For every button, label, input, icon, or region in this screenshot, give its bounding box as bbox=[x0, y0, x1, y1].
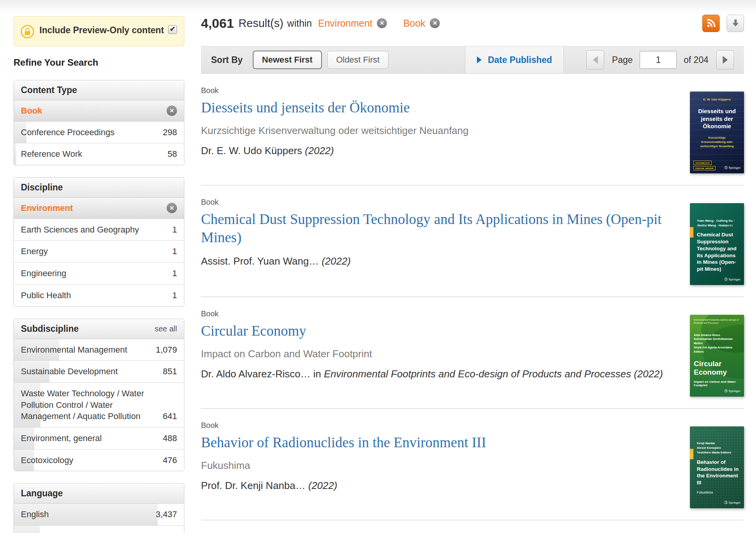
facet-item-label: Sustainable Development bbox=[21, 366, 163, 377]
date-published-sort-link[interactable]: Date Published bbox=[488, 55, 552, 65]
facet-item-reference-work[interactable]: Reference Work 58 bbox=[14, 143, 184, 165]
result-title-link[interactable]: Circular Economy bbox=[201, 322, 306, 340]
close-icon[interactable]: ✕ bbox=[167, 203, 177, 213]
search-result: Book Diesseits und jenseits der Ökonomie… bbox=[201, 74, 744, 185]
book-cover-thumbnail[interactable]: E. W. Udo Küppers Diesseits und jenseits… bbox=[690, 92, 744, 173]
publisher-logo: Springer bbox=[724, 165, 741, 170]
facet-item-earth-sciences[interactable]: Earth Sciences and Geography 1 bbox=[14, 219, 184, 241]
facet-item-count: 620 bbox=[163, 531, 177, 533]
result-text: Book Behavior of Radionuclides in the En… bbox=[201, 419, 690, 508]
facet-selected-environment[interactable]: Environment ✕ bbox=[14, 198, 184, 219]
cover-badge: EBOOK INSIDE bbox=[693, 166, 715, 170]
facet-item-environmental-management[interactable]: Environmental Management 1,079 bbox=[14, 339, 184, 361]
facet-item-label: Energy bbox=[21, 246, 172, 257]
facet-selected-book[interactable]: Book ✕ bbox=[14, 100, 184, 122]
filter-chip-label: Environment bbox=[318, 18, 372, 29]
close-icon[interactable]: ✕ bbox=[167, 105, 177, 116]
facet-item-ecotoxicology[interactable]: Ecotoxicology 476 bbox=[14, 450, 184, 471]
facet-item-count: 1,079 bbox=[156, 344, 177, 356]
facet-item-label: English bbox=[21, 509, 156, 520]
facet-item-public-health[interactable]: Public Health 1 bbox=[14, 285, 184, 306]
pagination: Page of 204 bbox=[564, 46, 744, 73]
filter-chip-book: Book ✕ bbox=[403, 18, 440, 29]
close-icon[interactable]: ✕ bbox=[430, 18, 440, 28]
facet-item-label: Earth Sciences and Geography bbox=[21, 224, 172, 236]
cover-subtitle: Impact on Carbon and Water Footprint bbox=[694, 380, 740, 387]
result-text: Book Diesseits und jenseits der Ökonomie… bbox=[201, 84, 690, 173]
facet-item-engineering[interactable]: Engineering 1 bbox=[14, 263, 184, 285]
download-results-button[interactable] bbox=[727, 15, 744, 32]
facet-item-label: Reference Work bbox=[21, 148, 168, 160]
results-main: 4,061 Result(s) within Environment ✕ Boo… bbox=[201, 0, 744, 520]
facet-item-label: Public Health bbox=[21, 290, 172, 301]
result-subtitle: Kurzsichtige Krisenverwaltung oder weits… bbox=[201, 125, 673, 137]
include-preview-only-box: Include Preview-Only content bbox=[14, 16, 184, 46]
author-names: Prof. Dr. Kenji Nanba… bbox=[201, 480, 305, 491]
next-page-button[interactable] bbox=[716, 50, 734, 70]
oldest-first-button[interactable]: Oldest First bbox=[327, 51, 388, 69]
publication-year: (2022) bbox=[308, 480, 337, 491]
rss-feed-button[interactable] bbox=[702, 15, 720, 32]
facet-item-label: Conference Proceedings bbox=[21, 127, 163, 138]
previous-page-button[interactable] bbox=[586, 50, 604, 70]
facet-title: Discipline bbox=[21, 182, 63, 193]
publisher-logo: Springer bbox=[724, 389, 741, 394]
facet-title: Language bbox=[21, 488, 63, 499]
cover-author: Yuan Wang · Cuifeng Du · Jiuzhu Wang · H… bbox=[697, 219, 739, 227]
facet-title: Subdiscipline bbox=[21, 324, 79, 334]
result-title-link[interactable]: Chemical Dust Suppression Technology and… bbox=[201, 210, 673, 246]
book-cover-thumbnail[interactable]: Yuan Wang · Cuifeng Du · Jiuzhu Wang · H… bbox=[690, 203, 744, 285]
close-icon[interactable]: ✕ bbox=[377, 18, 387, 28]
cover-author: E. W. Udo Küppers bbox=[694, 98, 740, 101]
facet-discipline: Discipline Environment ✕ Earth Sciences … bbox=[14, 177, 184, 306]
cover-title: Circular Economy bbox=[694, 360, 740, 377]
facet-item-count: 476 bbox=[163, 455, 177, 466]
result-text: Book Circular Economy Impact on Carbon a… bbox=[201, 307, 690, 397]
facet-item-sustainable-development[interactable]: Sustainable Development 851 bbox=[14, 361, 184, 383]
book-cover-thumbnail[interactable]: Environmental Footprints and Eco-design … bbox=[690, 315, 744, 397]
results-count-label: Result(s) bbox=[238, 17, 283, 30]
result-title-link[interactable]: Diesseits und jenseits der Ökonomie bbox=[201, 99, 410, 117]
facet-item-count: 1 bbox=[172, 224, 177, 236]
cover-title: Behavior of Radionuclides in the Environ… bbox=[697, 459, 739, 486]
sort-controls: Sort By Newest First Oldest First bbox=[201, 46, 465, 73]
facet-item-count: 1 bbox=[172, 268, 177, 279]
facet-item-english[interactable]: English 3,437 bbox=[14, 504, 184, 526]
cover-tab bbox=[690, 449, 693, 459]
cover-tab bbox=[690, 227, 693, 238]
facet-item-conference-proceedings[interactable]: Conference Proceedings 298 bbox=[14, 122, 184, 144]
facet-item-energy[interactable]: Energy 1 bbox=[14, 241, 184, 263]
cover-subtitle: Fukushima bbox=[697, 491, 739, 494]
content-type-label: Book bbox=[201, 421, 673, 430]
publisher-logo: Springer bbox=[724, 500, 741, 505]
facet-header: Subdiscipline see all bbox=[14, 319, 184, 339]
see-all-link[interactable]: see all bbox=[155, 324, 177, 333]
page-number-input[interactable] bbox=[640, 51, 677, 69]
filter-chip-environment: Environment ✕ bbox=[318, 18, 387, 29]
facet-item-waste-water[interactable]: Waste Water Technology / Water Pollution… bbox=[14, 383, 184, 428]
sort-toolbar: Sort By Newest First Oldest First Date P… bbox=[201, 46, 744, 74]
book-cover-thumbnail[interactable]: Kenji Nanba Alexei Konoplev Toshihiro Wa… bbox=[690, 426, 744, 508]
include-preview-only-label: Include Preview-Only content bbox=[36, 23, 165, 38]
facet-header: Language bbox=[14, 484, 184, 504]
facet-title: Content Type bbox=[21, 85, 77, 95]
publication-year: (2022) bbox=[322, 255, 351, 267]
facet-item-environment-general[interactable]: Environment, general 488 bbox=[14, 428, 184, 450]
facet-selected-label: Environment bbox=[21, 202, 167, 214]
within-label: within bbox=[287, 18, 312, 29]
author-names: Dr. Aldo Alvarez-Risco… bbox=[201, 368, 310, 380]
facet-item-count: 488 bbox=[163, 433, 177, 444]
facet-item-count: 1 bbox=[172, 290, 177, 301]
preview-only-checkbox[interactable] bbox=[168, 25, 177, 34]
result-title-link[interactable]: Behavior of Radionuclides in the Environ… bbox=[201, 434, 486, 452]
newest-first-button[interactable]: Newest First bbox=[253, 51, 322, 69]
cover-subtitle: Kurzsichtige Krisenverwaltung oder weits… bbox=[694, 136, 740, 149]
result-authors: Dr. E. W. Udo Küppers (2022) bbox=[201, 144, 673, 158]
publication-year: (2022) bbox=[305, 145, 334, 156]
results-header: 4,061 Result(s) within Environment ✕ Boo… bbox=[201, 13, 744, 33]
page-total-label: of 204 bbox=[684, 55, 708, 65]
facet-item-count: 641 bbox=[163, 411, 177, 422]
facet-item-german[interactable]: German 620 bbox=[14, 526, 184, 533]
facet-header: Content Type bbox=[14, 80, 184, 100]
facet-item-count: 58 bbox=[168, 148, 177, 160]
